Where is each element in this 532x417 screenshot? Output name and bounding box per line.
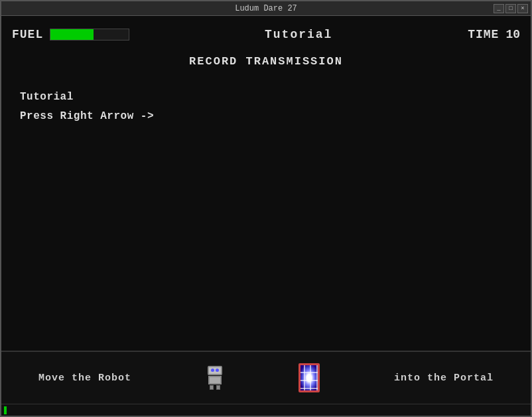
into-portal-label: into the Portal: [394, 373, 494, 384]
record-title: RECORD TRANSMISSION: [189, 55, 343, 68]
portal-line-4: [300, 380, 318, 381]
fuel-section: FUEL: [12, 28, 129, 41]
robot-body: [208, 376, 222, 385]
status-indicator: [4, 406, 7, 414]
bottom-platform: Move the Robot in: [1, 351, 531, 404]
tutorial-line1: Tutorial: [20, 88, 512, 107]
status-bar: [1, 404, 531, 416]
hud: FUEL Tutorial TIME 10: [1, 16, 531, 52]
time-section: TIME 10: [468, 28, 520, 41]
tutorial-text: Tutorial Press Right Arrow ->: [20, 88, 512, 126]
fuel-label: FUEL: [12, 28, 43, 41]
robot-leg-right: [216, 385, 220, 390]
titlebar: Ludum Dare 27 _ □ ×: [1, 1, 531, 16]
portal-line-5: [316, 365, 318, 390]
portal-line-3: [310, 365, 311, 390]
game-area: FUEL Tutorial TIME 10 RECORD TRANSMISSIO…: [1, 16, 531, 416]
minimize-button[interactable]: _: [494, 4, 504, 13]
portal-line-6: [300, 388, 318, 389]
robot-sprite: [206, 366, 224, 390]
robot-head: [208, 366, 222, 375]
robot-legs: [210, 385, 220, 390]
time-label: TIME: [468, 28, 499, 41]
robot-leg-left: [210, 385, 214, 390]
game-world: Move the Robot in: [1, 146, 531, 404]
portal-sprite: [299, 363, 320, 392]
game-window: Ludum Dare 27 _ □ × FUEL Tutorial TIME 1…: [0, 0, 532, 417]
tutorial-line2: Press Right Arrow ->: [20, 107, 512, 126]
move-robot-label: Move the Robot: [38, 373, 131, 384]
portal-line-2: [300, 372, 318, 373]
record-section: RECORD TRANSMISSION: [1, 52, 531, 68]
fuel-bar-container: [50, 29, 129, 41]
hud-center-title: Tutorial: [265, 28, 332, 41]
fuel-bar: [50, 29, 94, 40]
maximize-button[interactable]: □: [505, 4, 516, 13]
window-controls: _ □ ×: [494, 4, 528, 13]
close-button[interactable]: ×: [517, 4, 528, 13]
message-area: Tutorial Press Right Arrow ->: [1, 68, 531, 146]
portal-line-1: [304, 365, 305, 390]
time-value: 10: [505, 28, 520, 41]
window-title: Ludum Dare 27: [235, 4, 297, 13]
